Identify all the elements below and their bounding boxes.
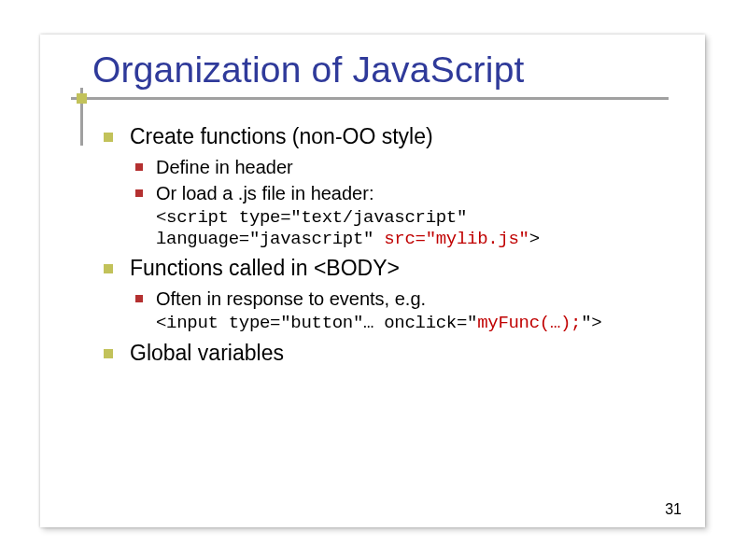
code-line-2a: language="javascript" xyxy=(156,229,384,249)
bullet-functions-body: Functions called in <BODY> xyxy=(104,255,683,283)
code-line-2b: > xyxy=(529,229,540,249)
corner-square-icon xyxy=(77,93,87,104)
code-input-a: <input type="button"… onclick=" xyxy=(156,313,477,333)
slide-title: Organization of JavaScript xyxy=(92,49,525,91)
page-number: 31 xyxy=(665,501,682,518)
slide: Organization of JavaScript Create functi… xyxy=(40,35,705,527)
bullet-global-vars: Global variables xyxy=(104,340,683,368)
code-line-1: <script type="text/javascript" xyxy=(156,207,467,228)
bullet-create-functions: Create functions (non-OO style) xyxy=(104,123,683,151)
code-input-b: "> xyxy=(581,313,601,333)
bullet-events: Often in response to events, e.g. xyxy=(104,287,683,311)
title-decoration xyxy=(68,86,87,105)
slide-content: Create functions (non-OO style) Define i… xyxy=(104,123,683,371)
bullet-define-header: Define in header xyxy=(104,155,683,179)
horizontal-rule xyxy=(71,97,669,100)
code-input-tag: <input type="button"… onclick="myFunc(…)… xyxy=(104,313,683,334)
code-src-attr: src="mylib.js" xyxy=(384,229,529,249)
bullet-load-js-file: Or load a .js file in header: xyxy=(104,181,683,205)
code-onclick-call: myFunc(…); xyxy=(477,313,581,333)
code-script-tag: <script type="text/javascript" language=… xyxy=(104,207,683,250)
